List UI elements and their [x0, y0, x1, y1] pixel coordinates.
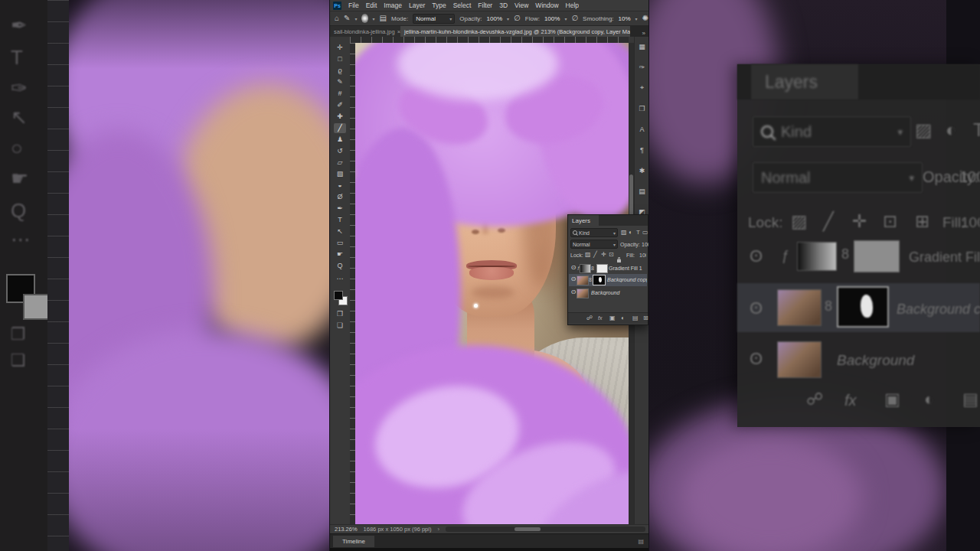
- layer-thumbnail[interactable]: [577, 276, 589, 285]
- menu-edit[interactable]: Edit: [366, 2, 377, 9]
- marquee-tool-icon[interactable]: □: [334, 54, 346, 64]
- mask-link-icon[interactable]: 8: [589, 277, 592, 282]
- eye-icon[interactable]: ʘ: [571, 289, 576, 295]
- filter-adjust-icon[interactable]: ◐: [629, 230, 632, 236]
- layer-mask-thumbnail[interactable]: [593, 275, 606, 285]
- filter-kind-select[interactable]: Kind ▾: [570, 228, 618, 237]
- layers-tab[interactable]: Layers: [568, 215, 599, 226]
- menu-select[interactable]: Select: [453, 2, 472, 9]
- adjustment-layer-icon[interactable]: ◐: [621, 315, 625, 321]
- eye-icon[interactable]: ʘ: [571, 276, 576, 282]
- menu-file[interactable]: File: [348, 2, 359, 9]
- zoom-level[interactable]: 213.26%: [335, 526, 358, 533]
- crop-tool-icon[interactable]: #: [334, 89, 346, 99]
- layer-row-gradient-fill[interactable]: ʘ ƒ 8 Gradient Fill 1: [569, 262, 647, 274]
- opacity-value[interactable]: 100%: [487, 15, 502, 22]
- dodge-tool-icon[interactable]: Ø: [334, 192, 346, 202]
- brush-settings-toggle-icon[interactable]: ▤: [380, 15, 387, 22]
- brush-preset-icon[interactable]: ✎: [344, 15, 350, 22]
- menu-filter[interactable]: Filter: [478, 2, 492, 9]
- quick-selection-tool-icon[interactable]: ✎: [334, 77, 346, 87]
- fill-value[interactable]: 100%: [639, 253, 646, 258]
- clone-stamp-tool-icon[interactable]: ♟: [334, 135, 346, 145]
- glyphs-panel-icon[interactable]: ✱: [636, 165, 648, 176]
- scrollbar-thumb[interactable]: [514, 527, 541, 531]
- layer-row-background[interactable]: ʘ Background: [569, 287, 647, 298]
- chevron-down-icon[interactable]: ▾: [507, 16, 509, 21]
- quick-mask-icon[interactable]: ❐: [334, 309, 346, 319]
- lasso-tool-icon[interactable]: ϱ: [334, 66, 346, 76]
- layer-row-background-copy[interactable]: ʘ 8 Background copy: [569, 274, 647, 286]
- hand-tool-icon[interactable]: ☛: [334, 249, 346, 259]
- lock-paint-icon[interactable]: ╱: [593, 252, 597, 258]
- move-tool-icon[interactable]: ✛: [334, 43, 346, 53]
- menu-view[interactable]: View: [514, 2, 528, 9]
- chevron-down-icon[interactable]: ▾: [354, 16, 357, 21]
- chevron-down-icon[interactable]: ▾: [564, 16, 567, 21]
- pressure-opacity-icon[interactable]: ∅: [514, 15, 521, 22]
- histogram-panel-icon[interactable]: ▦: [636, 41, 648, 52]
- blur-tool-icon[interactable]: ◒: [334, 181, 346, 191]
- gradient-tool-icon[interactable]: ▧: [334, 169, 346, 179]
- edit-toolbar-icon[interactable]: ⋯: [334, 274, 346, 284]
- document-tab-inactive[interactable]: sail-blondinka-jellina.jpg ×: [330, 26, 400, 37]
- add-mask-icon[interactable]: ▣: [609, 315, 616, 321]
- blend-mode-select[interactable]: Normal ▾: [570, 240, 618, 249]
- filter-shape-icon[interactable]: ▭: [642, 230, 648, 236]
- timeline-menu-icon[interactable]: ▤: [638, 538, 644, 545]
- home-icon[interactable]: ⌂: [335, 15, 339, 22]
- smoothing-value[interactable]: 10%: [619, 15, 631, 22]
- libraries-panel-icon[interactable]: ▤: [636, 185, 648, 197]
- chevron-down-icon[interactable]: ▾: [373, 16, 375, 21]
- opacity-value[interactable]: 100%: [642, 242, 648, 247]
- document-tab-active[interactable]: jellina-martin-kuhn-blondinka-devushka-v…: [400, 26, 630, 37]
- path-selection-tool-icon[interactable]: ↖: [334, 227, 346, 236]
- horizontal-scrollbar[interactable]: [446, 527, 645, 532]
- layer-style-icon[interactable]: fx: [598, 315, 602, 321]
- chevron-down-icon[interactable]: ▾: [635, 16, 638, 21]
- brush-settings-panel-icon[interactable]: ✑: [636, 61, 648, 73]
- layer-thumbnail[interactable]: [577, 289, 589, 298]
- menu-image[interactable]: Image: [384, 2, 402, 9]
- new-layer-icon[interactable]: ⊞: [643, 315, 648, 321]
- lock-artboard-icon[interactable]: ⊡: [609, 252, 614, 258]
- tab-overflow-icon[interactable]: »: [642, 30, 648, 37]
- brush-size-preview[interactable]: [361, 14, 368, 23]
- shape-tool-icon[interactable]: ▭: [334, 238, 346, 248]
- screen-mode-icon[interactable]: ❏: [334, 321, 346, 331]
- timeline-tab[interactable]: Timeline: [333, 536, 374, 547]
- airbrush-icon[interactable]: ∅: [571, 15, 578, 22]
- menu-layer[interactable]: Layer: [409, 2, 425, 9]
- filter-type-icon[interactable]: T: [636, 230, 640, 236]
- zoom-tool-icon[interactable]: Q: [334, 261, 346, 271]
- new-group-icon[interactable]: ▤: [632, 315, 639, 321]
- status-caret-icon[interactable]: ›: [437, 526, 439, 533]
- eye-icon[interactable]: ʘ: [571, 265, 576, 271]
- clone-source-panel-icon[interactable]: ⌖: [636, 82, 648, 93]
- foreground-color-swatch[interactable]: [334, 291, 343, 300]
- layer-comps-panel-icon[interactable]: ❐: [636, 103, 648, 114]
- menu-type[interactable]: Type: [432, 2, 446, 9]
- menu-help[interactable]: Help: [566, 2, 579, 9]
- pen-tool-icon[interactable]: ✒: [334, 204, 346, 214]
- layer-mask-thumbnail[interactable]: [596, 264, 608, 273]
- scrollbar-thumb[interactable]: [629, 174, 633, 217]
- menu-3d[interactable]: 3D: [499, 2, 508, 9]
- gradient-thumbnail[interactable]: [580, 264, 591, 273]
- character-panel-icon[interactable]: A: [636, 123, 648, 135]
- smoothing-gear-icon[interactable]: ✺: [642, 15, 648, 22]
- healing-brush-tool-icon[interactable]: ✚: [334, 112, 346, 122]
- history-brush-tool-icon[interactable]: ↺: [334, 146, 346, 156]
- menu-window[interactable]: Window: [535, 2, 558, 9]
- brush-tool-icon[interactable]: ╱: [334, 123, 346, 133]
- eraser-tool-icon[interactable]: ▱: [334, 158, 346, 168]
- filter-pixel-icon[interactable]: ▨: [621, 230, 627, 236]
- lock-move-icon[interactable]: ✛: [601, 252, 606, 258]
- mask-link-icon[interactable]: 8: [591, 266, 594, 271]
- lock-transparency-icon[interactable]: ▨: [585, 252, 591, 258]
- paragraph-panel-icon[interactable]: ¶: [636, 144, 648, 155]
- eyedropper-tool-icon[interactable]: ✐: [334, 100, 346, 110]
- mode-select[interactable]: Normal ▾: [413, 14, 455, 24]
- flow-value[interactable]: 100%: [544, 15, 560, 22]
- type-tool-icon[interactable]: T: [334, 215, 346, 225]
